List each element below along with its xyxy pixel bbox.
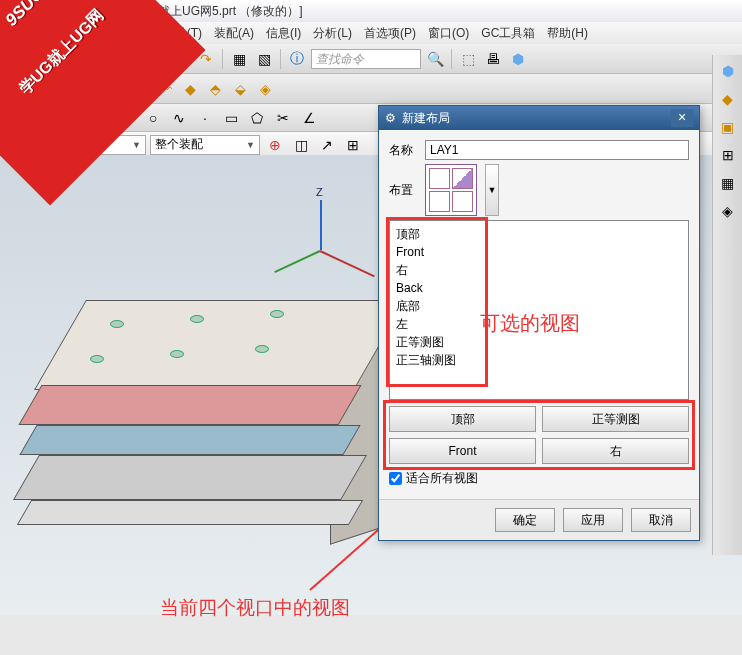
cancel-button[interactable]: 取消 xyxy=(631,508,691,532)
viewport-3-button[interactable]: Front xyxy=(389,438,536,464)
name-label: 名称 xyxy=(389,142,417,159)
filter-btn-1[interactable]: ⊕ xyxy=(264,134,286,156)
grid-icon[interactable]: ▦ xyxy=(228,48,250,70)
annotation-text-1: 可选的视图 xyxy=(480,310,580,337)
menu-info[interactable]: 信息(I) xyxy=(266,25,301,41)
view-option[interactable]: Back xyxy=(396,279,682,297)
menu-gc[interactable]: GC工具箱 xyxy=(481,25,535,41)
gear-icon: ⚙ xyxy=(385,111,396,125)
apply-button[interactable]: 应用 xyxy=(563,508,623,532)
print-icon[interactable]: 🖶 xyxy=(482,48,504,70)
spline-icon[interactable]: ∿ xyxy=(168,107,190,129)
layout-label: 布置 xyxy=(389,182,417,199)
point-icon[interactable]: · xyxy=(194,107,216,129)
dialog-title: 新建布局 xyxy=(402,110,450,127)
search-icon[interactable]: 🔍 xyxy=(424,48,446,70)
rtool-1[interactable]: ⬢ xyxy=(716,59,740,83)
trim-icon[interactable]: ✂ xyxy=(272,107,294,129)
separator xyxy=(280,49,281,69)
filter-btn-2[interactable]: ◫ xyxy=(290,134,312,156)
view-option[interactable]: 正三轴测图 xyxy=(396,351,682,369)
separator xyxy=(451,49,452,69)
filter-btn-3[interactable]: ↗ xyxy=(316,134,338,156)
poly-icon[interactable]: ⬠ xyxy=(246,107,268,129)
feat4-icon[interactable]: ◈ xyxy=(254,78,276,100)
rtool-4[interactable]: ⊞ xyxy=(716,143,740,167)
rtool-5[interactable]: ▦ xyxy=(716,171,740,195)
menu-window[interactable]: 窗口(O) xyxy=(428,25,469,41)
info-icon[interactable]: ⓘ xyxy=(286,48,308,70)
rtool-6[interactable]: ◈ xyxy=(716,199,740,223)
fit-all-label: 适合所有视图 xyxy=(406,470,478,487)
layout-picker[interactable] xyxy=(425,164,477,216)
filter-btn-4[interactable]: ⊞ xyxy=(342,134,364,156)
rtool-2[interactable]: ◆ xyxy=(716,87,740,111)
feat2-icon[interactable]: ⬘ xyxy=(204,78,226,100)
layout-dropdown[interactable]: ▼ xyxy=(485,164,499,216)
annotation-text-2: 当前四个视口中的视图 xyxy=(160,595,350,621)
angle-icon[interactable]: ∠ xyxy=(298,107,320,129)
viewport-1-button[interactable]: 顶部 xyxy=(389,406,536,432)
viewport-4-button[interactable]: 右 xyxy=(542,438,689,464)
ok-button[interactable]: 确定 xyxy=(495,508,555,532)
select-icon[interactable]: ⬚ xyxy=(457,48,479,70)
scope-filter[interactable]: 整个装配▼ xyxy=(150,135,260,155)
close-button[interactable]: × xyxy=(671,109,693,127)
view-option[interactable]: 右 xyxy=(396,261,682,279)
menu-prefs[interactable]: 首选项(P) xyxy=(364,25,416,41)
fit-all-checkbox[interactable] xyxy=(389,472,402,485)
view-option[interactable]: Front xyxy=(396,243,682,261)
layer-icon[interactable]: ▧ xyxy=(253,48,275,70)
separator xyxy=(222,49,223,69)
dialog-titlebar[interactable]: ⚙新建布局 × xyxy=(379,106,699,130)
name-input[interactable] xyxy=(425,140,689,160)
menu-assembly[interactable]: 装配(A) xyxy=(214,25,254,41)
right-toolbar: ⬢ ◆ ▣ ⊞ ▦ ◈ xyxy=(712,55,742,555)
cube-icon[interactable]: ⬢ xyxy=(507,48,529,70)
menu-help[interactable]: 帮助(H) xyxy=(547,25,588,41)
menu-analysis[interactable]: 分析(L) xyxy=(313,25,352,41)
rtool-3[interactable]: ▣ xyxy=(716,115,740,139)
viewport-grid: 顶部 正等测图 Front 右 xyxy=(389,406,689,464)
viewport-2-button[interactable]: 正等测图 xyxy=(542,406,689,432)
view-option[interactable]: 顶部 xyxy=(396,225,682,243)
feat3-icon[interactable]: ⬙ xyxy=(229,78,251,100)
command-search[interactable]: 查找命令 xyxy=(311,49,421,69)
rect-icon[interactable]: ▭ xyxy=(220,107,242,129)
model-3d xyxy=(20,275,400,575)
feat-icon[interactable]: ◆ xyxy=(179,78,201,100)
